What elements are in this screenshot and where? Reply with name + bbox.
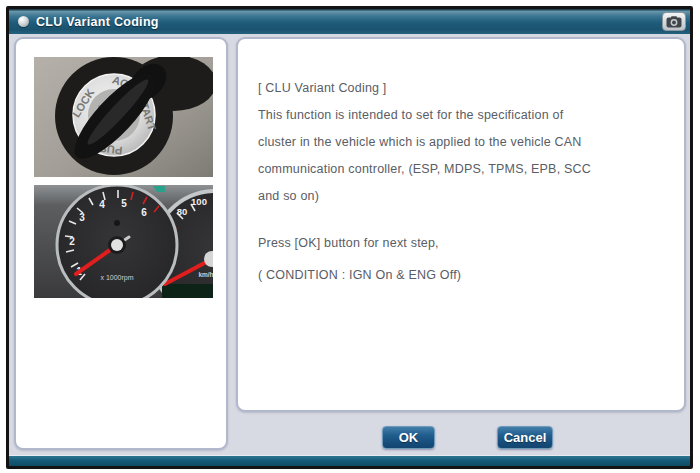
titlebar: CLU Variant Coding xyxy=(9,9,690,34)
description-heading: [ CLU Variant Coding ] xyxy=(258,75,670,102)
tachometer: 1 2 3 4 5 6 x 1000rpm xyxy=(57,185,177,298)
description-condition: ( CONDITION : IGN On & ENG Off) xyxy=(258,262,670,289)
description-line: communication controller, (ESP, MDPS, TP… xyxy=(258,156,670,183)
gauge-cluster-photo: 20 40 60 80 100 km/h xyxy=(34,185,213,298)
description-panel: [ CLU Variant Coding ] This function is … xyxy=(236,37,686,412)
tach-6: 6 xyxy=(141,207,147,218)
image-panel: LOCK ACC START PUSH xyxy=(14,37,228,450)
app-sphere-icon xyxy=(18,16,29,27)
tach-2: 2 xyxy=(69,236,75,247)
description-instruction: Press [OK] button for next step, xyxy=(258,230,670,257)
tach-4: 4 xyxy=(99,199,105,210)
speedo-unit: km/h xyxy=(198,271,213,278)
tach-3: 3 xyxy=(79,212,85,223)
description-line: and so on) xyxy=(258,183,670,210)
window-title: CLU Variant Coding xyxy=(36,15,159,29)
clu-variant-coding-dialog: CLU Variant Coding xyxy=(6,6,693,469)
cancel-button[interactable]: Cancel xyxy=(497,426,553,449)
screenshot-button[interactable] xyxy=(662,12,686,31)
ok-button[interactable]: OK xyxy=(382,426,435,449)
bottom-status-bar xyxy=(9,455,690,466)
dialog-body: LOCK ACC START PUSH xyxy=(9,34,690,456)
speedo-100: 100 xyxy=(191,196,207,207)
speedo-80: 80 xyxy=(177,206,188,217)
tach-5: 5 xyxy=(121,198,127,209)
tach-unit: x 1000rpm xyxy=(100,274,133,282)
camera-icon xyxy=(666,16,682,28)
description-line: cluster in the vehicle which is applied … xyxy=(258,129,670,156)
description-line: This function is intended to set for the… xyxy=(258,102,670,129)
ignition-switch-photo: LOCK ACC START PUSH xyxy=(34,57,213,177)
